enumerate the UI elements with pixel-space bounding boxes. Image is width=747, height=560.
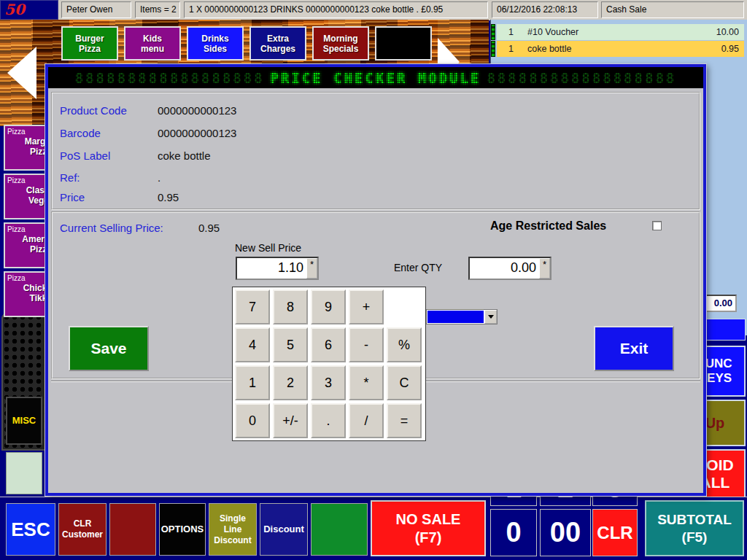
receipt-price: 10.00 — [716, 27, 744, 37]
new-sell-price-spinner-button[interactable]: * — [306, 258, 317, 279]
keypad-9-button[interactable]: 9 — [311, 289, 346, 324]
tab-extra-charges[interactable]: Extra Charges — [249, 26, 306, 61]
clr-customer-label: Customer — [59, 529, 106, 540]
subtotal-button[interactable]: SUBTOTAL (F5) — [645, 500, 744, 556]
keypad-6-button[interactable]: 6 — [311, 327, 346, 362]
receipt-item: coke bottle — [527, 44, 721, 54]
field-row: Ref: . — [53, 167, 699, 187]
keypad-equals-button[interactable]: = — [387, 403, 422, 438]
side-blank-panel — [6, 452, 42, 494]
barcode-label: Barcode — [60, 127, 158, 139]
ref-value: . — [158, 171, 160, 184]
keypad-empty-cell — [387, 289, 422, 324]
pos-screen: 50 Peter Owen Items = 2 1 X 000000000012… — [0, 0, 747, 560]
keypad-plusminus-button[interactable]: +/- — [273, 403, 308, 438]
tab-label: menu — [125, 44, 179, 54]
new-sell-price-label: New Sell Price — [235, 242, 301, 254]
ref-label: Ref: — [60, 171, 158, 184]
item-category: Pizza — [7, 274, 25, 282]
led-filler: 888888888888888888 — [487, 70, 676, 86]
keypad-2-button[interactable]: 2 — [273, 365, 308, 400]
dialog-led-titlebar: 888888888888888888 PRICE CHECKER MODULE … — [48, 67, 703, 88]
pos-label-value: coke bottle — [158, 149, 211, 162]
scroll-left-arrow-icon[interactable] — [7, 47, 36, 99]
tab-blank[interactable] — [375, 26, 432, 61]
price-value: 0.95 — [158, 191, 179, 203]
keypad-4-button[interactable]: 4 — [235, 327, 270, 362]
new-sell-price-value: 1.10 — [237, 258, 306, 279]
keypad-0-button[interactable]: 0 — [235, 403, 270, 438]
keypad-7-button[interactable]: 7 — [235, 289, 270, 324]
product-info-group: Product Code 0000000000123 Barcode 00000… — [51, 92, 700, 210]
tab-burger-pizza[interactable]: Burger Pizza — [61, 26, 118, 61]
subtotal-label: SUBTOTAL — [646, 511, 743, 529]
qty-input[interactable]: 0.00 * — [468, 257, 551, 280]
receipt-qty: 1 — [497, 44, 527, 54]
keypad-3-button[interactable]: 3 — [311, 365, 346, 400]
keypad-percent-button[interactable]: % — [387, 327, 422, 362]
cashier-name: Peter Owen — [61, 1, 131, 18]
item-category: Pizza — [7, 225, 25, 233]
enter-qty-label: Enter QTY — [394, 262, 442, 273]
esc-button[interactable]: ESC — [6, 503, 55, 556]
blank-red-button[interactable] — [109, 503, 156, 556]
discount-button[interactable]: Discount — [260, 503, 308, 556]
discount-label: Discount — [260, 524, 307, 535]
receipt-row[interactable]: 1 #10 Voucher 10.00 — [497, 24, 744, 40]
numpad-0-button[interactable]: 0 — [490, 509, 537, 556]
sld-label: Single — [209, 513, 256, 524]
tab-label: Specials — [314, 44, 368, 54]
qty-value: 0.00 — [470, 258, 539, 279]
numpad-clr-button[interactable]: CLR — [592, 509, 638, 556]
receipt-row-indicator — [491, 41, 495, 57]
age-restricted-label: Age Restricted Sales — [490, 219, 606, 233]
top-status-bar: 50 Peter Owen Items = 2 1 X 000000000012… — [0, 0, 747, 20]
new-sell-price-input[interactable]: 1.10 * — [236, 257, 319, 280]
tab-kids-menu[interactable]: Kids menu — [124, 26, 181, 61]
exit-button[interactable]: Exit — [594, 326, 674, 371]
single-line-discount-button[interactable]: Single Line Discount — [209, 503, 257, 556]
save-button[interactable]: Save — [69, 326, 149, 371]
tab-label: Kids — [125, 34, 179, 44]
keypad-5-button[interactable]: 5 — [273, 327, 308, 362]
options-button[interactable]: OPTIONS — [159, 503, 206, 556]
pos-label-label: PoS Label — [60, 149, 158, 162]
keypad-1-button[interactable]: 1 — [235, 365, 270, 400]
dialog-keypad: 7 8 9 + 4 5 6 - % 1 2 3 * C 0 +/- . / = — [232, 287, 426, 441]
sld-label: Discount — [209, 535, 256, 546]
numpad-label: 0 — [506, 517, 521, 548]
keypad-divide-button[interactable]: / — [349, 403, 384, 438]
misc-button[interactable]: MISC — [6, 397, 42, 445]
price-label: Price — [60, 191, 158, 203]
tab-label: Drinks — [188, 34, 242, 44]
no-sale-button[interactable]: NO SALE (F7) — [371, 500, 486, 556]
tab-label: Pizza — [63, 44, 117, 54]
tab-morning-specials[interactable]: Morning Specials — [312, 26, 369, 61]
numpad-00-button[interactable]: 00 — [540, 509, 591, 556]
save-label: Save — [90, 340, 126, 357]
field-row: Barcode 0000000000123 — [53, 122, 699, 144]
keypad-plus-button[interactable]: + — [349, 289, 384, 324]
keypad-8-button[interactable]: 8 — [273, 289, 308, 324]
dropdown-selection — [427, 311, 484, 323]
qty-spinner-button[interactable]: * — [539, 258, 550, 279]
clr-customer-label: CLR — [59, 518, 106, 529]
keypad-minus-button[interactable]: - — [349, 327, 384, 362]
keypad-clear-button[interactable]: C — [387, 365, 422, 400]
price-level-dropdown[interactable] — [426, 309, 498, 324]
field-row: Price 0.95 — [53, 187, 699, 207]
keypad-multiply-button[interactable]: * — [349, 365, 384, 400]
tab-drinks-sides[interactable]: Drinks Sides — [187, 26, 244, 61]
blank-green-button[interactable] — [311, 503, 368, 556]
chevron-down-icon — [488, 315, 494, 319]
dropdown-button[interactable] — [484, 310, 497, 324]
transaction-info: 1 X 0000000000123 DRINKS 0000000000123 c… — [184, 1, 488, 18]
price-checker-dialog: 888888888888888888 PRICE CHECKER MODULE … — [45, 64, 706, 496]
age-restricted-checkbox[interactable] — [652, 221, 662, 230]
sale-type: Cash Sale — [601, 1, 744, 18]
tab-label: Sides — [188, 44, 242, 54]
field-row: PoS Label coke bottle — [53, 144, 699, 167]
receipt-row-selected[interactable]: 1 coke bottle 0.95 — [497, 41, 744, 57]
keypad-decimal-button[interactable]: . — [311, 403, 346, 438]
clr-customer-button[interactable]: CLR Customer — [58, 503, 107, 556]
